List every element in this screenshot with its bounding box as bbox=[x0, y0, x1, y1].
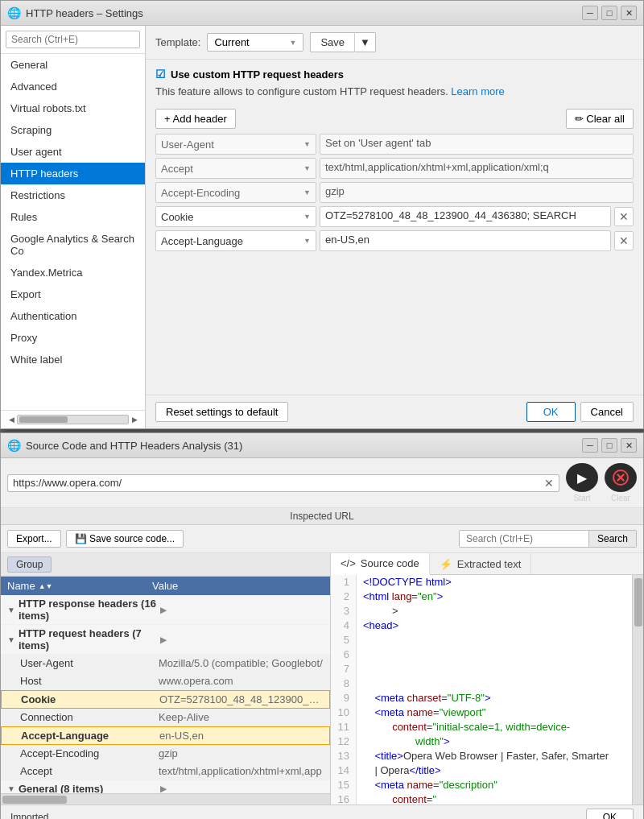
table-row-acceptlang[interactable]: Accept-Language en-US,en bbox=[1, 726, 330, 745]
sidebar-search-input[interactable] bbox=[6, 31, 140, 48]
template-select[interactable]: Current ▼ bbox=[207, 33, 303, 52]
window-title: HTTP headers – Settings bbox=[26, 7, 143, 19]
clear-button[interactable] bbox=[605, 463, 637, 492]
minimize-button[interactable]: ─ bbox=[582, 6, 598, 20]
header-value-useragent: Set on 'User agent' tab bbox=[320, 134, 634, 155]
actions-row: Export... 💾 Save source code... Search bbox=[1, 525, 643, 553]
settings-window: 🌐 HTTP headers – Settings ─ □ ✕ General … bbox=[0, 0, 644, 429]
search-button[interactable]: Search bbox=[588, 531, 636, 547]
dialog-buttons: OK Cancel bbox=[526, 402, 634, 422]
header-value-cookie[interactable]: OTZ=5278100_48_48_123900_44_436380; SEAR… bbox=[320, 206, 611, 227]
dropdown-icon: ▼ bbox=[303, 213, 311, 221]
start-clear-group: ▶ Start Clear bbox=[566, 463, 637, 503]
window-icon: 🌐 bbox=[7, 6, 21, 19]
sidebar-item-scraping[interactable]: Scraping bbox=[1, 119, 145, 141]
status-bar: Imported OK bbox=[1, 805, 643, 819]
col-name-header: Name ▲▼ bbox=[7, 580, 152, 592]
sidebar-item-virtualrobots[interactable]: Virtual robots.txt bbox=[1, 97, 145, 119]
description-row: This feature allows to configure custom … bbox=[146, 84, 643, 104]
close-button[interactable]: ✕ bbox=[621, 6, 637, 20]
url-input[interactable] bbox=[13, 477, 544, 489]
scroll-right-icon[interactable]: ▶ bbox=[129, 414, 140, 425]
expand-icon-3: ▶ bbox=[160, 784, 167, 793]
start-button[interactable]: ▶ bbox=[566, 463, 598, 492]
table-row[interactable]: Accept text/html,application/xhtml+xml,a… bbox=[1, 763, 330, 780]
sidebar-item-googleanalytics[interactable]: Google Analytics & Search Co bbox=[1, 228, 145, 262]
analysis-title-left: 🌐 Source Code and HTTP Headers Analysis … bbox=[7, 439, 242, 452]
url-clear-icon[interactable]: ✕ bbox=[544, 477, 554, 490]
template-dropdown-icon: ▼ bbox=[289, 39, 296, 47]
table-row[interactable]: User-Agent Mozilla/5.0 (compatible; Goog… bbox=[1, 655, 330, 672]
sidebar-item-export[interactable]: Export bbox=[1, 283, 145, 305]
toggle-icon-2[interactable]: ▼ bbox=[7, 635, 15, 644]
add-header-button[interactable]: + Add header bbox=[155, 109, 236, 129]
minimize-button-2[interactable]: ─ bbox=[582, 438, 598, 453]
code-area[interactable]: 1 <!DOCTYPE html> 2 <html lang="en"> 3 > bbox=[331, 575, 632, 805]
delete-cookie-button[interactable]: ✕ bbox=[614, 207, 634, 226]
header-name-cookie[interactable]: Cookie ▼ bbox=[155, 206, 316, 227]
clear-all-button[interactable]: ✏ Clear all bbox=[566, 109, 634, 129]
toggle-icon[interactable]: ▼ bbox=[7, 606, 15, 614]
sidebar-item-useragent[interactable]: User agent bbox=[1, 141, 145, 163]
scroll-left-icon[interactable]: ◀ bbox=[6, 414, 17, 425]
tab-source-code[interactable]: </> Source code bbox=[331, 553, 430, 575]
sidebar-item-authentication[interactable]: Authentication bbox=[1, 305, 145, 327]
sidebar-item-proxy[interactable]: Proxy bbox=[1, 327, 145, 349]
sidebar-item-restrictions[interactable]: Restrictions bbox=[1, 184, 145, 206]
horizontal-scrollbar[interactable] bbox=[17, 415, 129, 424]
analysis-title-bar: 🌐 Source Code and HTTP Headers Analysis … bbox=[1, 433, 643, 458]
sidebar-item-whitelabel[interactable]: White label bbox=[1, 349, 145, 370]
header-name-accept-language[interactable]: Accept-Language ▼ bbox=[155, 230, 316, 251]
analysis-body: ✕ ▶ Start Clear bbox=[1, 458, 643, 805]
maximize-button-2[interactable]: □ bbox=[601, 438, 617, 453]
close-button-2[interactable]: ✕ bbox=[621, 438, 637, 453]
bottom-ok-button[interactable]: OK bbox=[586, 809, 634, 819]
table-hscroll[interactable] bbox=[1, 793, 330, 805]
search-input[interactable] bbox=[460, 531, 588, 547]
sidebar-item-httpheaders[interactable]: HTTP headers bbox=[1, 163, 145, 184]
section-general[interactable]: ▼ General (8 items) ▶ bbox=[1, 780, 330, 793]
toggle-icon-3[interactable]: ▼ bbox=[7, 784, 15, 793]
dropdown-icon: ▼ bbox=[303, 188, 311, 196]
sidebar-item-rules[interactable]: Rules bbox=[1, 206, 145, 228]
maximize-button[interactable]: □ bbox=[601, 6, 617, 20]
clear-icon bbox=[613, 469, 629, 486]
group-header: Group bbox=[1, 553, 330, 577]
code-vscroll[interactable] bbox=[632, 575, 643, 805]
save-source-button[interactable]: 💾 Save source code... bbox=[66, 530, 184, 548]
header-row-cookie: Cookie ▼ OTZ=5278100_48_48_123900_44_436… bbox=[155, 206, 634, 227]
sidebar-item-general[interactable]: General bbox=[1, 54, 145, 76]
export-button[interactable]: Export... bbox=[7, 530, 61, 548]
group-label: Group bbox=[7, 556, 52, 573]
tab-extracted-text[interactable]: ⚡ Extracted text bbox=[430, 553, 531, 574]
section-label-2: HTTP request headers (7 items) bbox=[19, 627, 157, 651]
table-row[interactable]: Connection Keep-Alive bbox=[1, 709, 330, 726]
section-response-headers[interactable]: ▼ HTTP response headers (16 items) ▶ bbox=[1, 595, 330, 625]
code-line: 9 <meta charset="UTF-8"> bbox=[331, 691, 632, 705]
section-request-headers[interactable]: ▼ HTTP request headers (7 items) ▶ bbox=[1, 625, 330, 655]
clear-label: Clear bbox=[611, 494, 630, 503]
imported-label: Imported bbox=[10, 812, 48, 819]
delete-accept-language-button[interactable]: ✕ bbox=[614, 231, 634, 250]
table-row[interactable]: Host www.opera.com bbox=[1, 672, 330, 690]
sidebar: General Advanced Virtual robots.txt Scra… bbox=[1, 26, 146, 428]
table-row[interactable]: Accept-Encoding gzip bbox=[1, 745, 330, 763]
cancel-button[interactable]: Cancel bbox=[580, 402, 634, 422]
sidebar-scrollbar: ◀ ▶ bbox=[1, 410, 145, 428]
sidebar-item-advanced[interactable]: Advanced bbox=[1, 76, 145, 97]
table-row-cookie[interactable]: Cookie OTZ=5278100_48_48_123900_44_43 bbox=[1, 690, 330, 709]
save-main-button[interactable]: Save bbox=[310, 32, 354, 52]
header-value-accept-language[interactable]: en-US,en bbox=[320, 230, 611, 251]
cell-name-useragent: User-Agent bbox=[20, 657, 159, 669]
code-line: 8 bbox=[331, 676, 632, 691]
inspected-url-label: Inspected URL bbox=[1, 508, 643, 525]
desc-text: This feature allows to configure custom … bbox=[155, 85, 448, 97]
analysis-window-icon: 🌐 bbox=[7, 439, 21, 452]
reset-button[interactable]: Reset settings to default bbox=[155, 402, 288, 422]
save-dropdown-button[interactable]: ▼ bbox=[354, 32, 376, 52]
ok-button[interactable]: OK bbox=[526, 402, 576, 422]
code-line: 5 bbox=[331, 633, 632, 647]
learn-more-link[interactable]: Learn more bbox=[451, 85, 504, 97]
sidebar-item-yandex[interactable]: Yandex.Metrica bbox=[1, 262, 145, 283]
code-line: 12 width"> bbox=[331, 734, 632, 749]
